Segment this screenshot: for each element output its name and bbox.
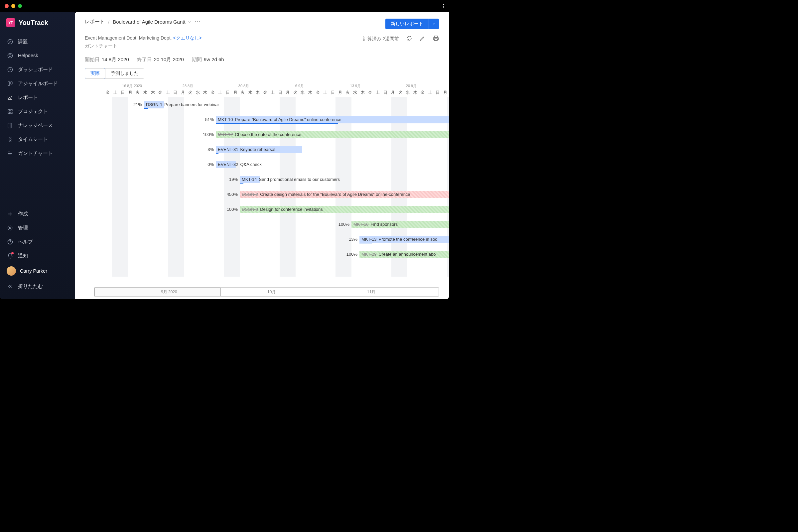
sidebar-item-help[interactable]: ヘルプ [0, 235, 75, 249]
tab-forecast[interactable]: 予測しました [105, 69, 144, 78]
query-link[interactable]: <クエリなし> [173, 35, 202, 41]
print-icon[interactable] [433, 35, 439, 42]
sidebar-item-gear[interactable]: 管理 [0, 221, 75, 235]
progress-indicator [240, 183, 243, 184]
minimize-window[interactable] [11, 4, 15, 8]
day-label: 月 [389, 90, 397, 95]
task-id: MKT-12 [218, 132, 233, 137]
task-id: MKT-10 [218, 117, 233, 122]
task-row[interactable]: 450%DSGN-2Create design materials for th… [85, 187, 449, 202]
task-title: Send promotional emails to our customers [259, 177, 340, 182]
task-row[interactable]: 3%EVENT-31Keynote rehearsal [85, 142, 449, 157]
sidebar-item-bell[interactable]: 通知 [0, 249, 75, 263]
task-id: MKT-16 [354, 222, 369, 227]
task-bar[interactable]: DSGN-1Prepare banners for webinar [144, 101, 164, 108]
week-label: 16 8月 2020 [104, 83, 160, 89]
sidebar-item-label: ガントチャート [18, 150, 53, 157]
gantt-chart: 16 8月 202023 8月30 8月6 9月13 9月20 9月 金土日月火… [75, 79, 449, 299]
maximize-window[interactable] [18, 4, 22, 8]
task-title: Q&A check [240, 162, 261, 167]
task-bar[interactable]: MKT-10Prepare "Boulevard of Agile Dreams… [216, 116, 449, 124]
task-row[interactable]: 100%DSGN-3Design for conference invitati… [85, 202, 449, 217]
help-icon [7, 239, 13, 245]
close-window[interactable] [5, 4, 8, 8]
life-icon [7, 52, 13, 59]
user-profile[interactable]: Carry Parker [0, 263, 75, 279]
day-label: 日 [381, 90, 389, 95]
task-bar[interactable]: DSGN-2Create design materials for the "B… [240, 191, 449, 198]
task-id: DSGN-3 [242, 207, 258, 212]
task-bar[interactable]: EVENT-31Keynote rehearsal [216, 146, 302, 153]
day-label: 木 [411, 90, 419, 95]
task-row[interactable]: 100%MKT-12Choose the date of the confere… [85, 127, 449, 142]
day-label: 土 [269, 90, 277, 95]
task-bar[interactable]: MKT-12Choose the date of the conference [216, 131, 449, 138]
sidebar-item-book[interactable]: ナレッジベース [0, 118, 75, 132]
breadcrumb-root[interactable]: レポート [85, 19, 105, 25]
task-row[interactable]: 0%EVENT-32Q&A check [85, 157, 449, 172]
task-row[interactable]: 13%MKT-13Promote the conference in soc [85, 232, 449, 247]
timeline-overview[interactable]: 9月 2020 10月 11月 [94, 287, 439, 297]
overview-thumb[interactable] [94, 288, 221, 296]
task-row[interactable]: 21%DSGN-1Prepare banners for webinar [85, 97, 449, 112]
gear-icon [7, 225, 13, 231]
sidebar-item-life[interactable]: Helpdesk [0, 49, 75, 62]
task-bar[interactable]: DSGN-3Design for conference invitations [240, 206, 449, 213]
svg-rect-4 [8, 81, 10, 85]
book-icon [7, 122, 13, 129]
sidebar-item-label: プロジェクト [18, 108, 48, 115]
check-icon [7, 38, 13, 45]
edit-icon[interactable] [420, 35, 425, 42]
gantt-body[interactable]: 21%DSGN-1Prepare banners for webinar51%M… [85, 97, 449, 277]
app-name: YouTrack [19, 19, 48, 26]
task-title: Design for conference invitations [260, 207, 323, 212]
sidebar-item-gantt[interactable]: ガントチャート [0, 146, 75, 160]
window-controls [5, 4, 22, 8]
day-label: 火 [134, 90, 141, 95]
sidebar-item-plus[interactable]: 作成 [0, 207, 75, 221]
user-name: Carry Parker [20, 268, 47, 274]
sidebar-item-label: 管理 [18, 225, 28, 231]
kebab-menu-icon[interactable] [443, 4, 444, 8]
app-logo[interactable]: YT YouTrack [0, 18, 75, 35]
collapse-sidebar[interactable]: 折りたたむ [0, 279, 75, 293]
task-bar[interactable]: MKT-29Create an announcement abo [359, 251, 449, 258]
refresh-icon[interactable] [406, 35, 412, 42]
svg-rect-7 [11, 109, 12, 111]
tab-actual[interactable]: 実際 [85, 68, 106, 79]
sidebar-item-hour[interactable]: タイムシート [0, 132, 75, 146]
day-label: 月 [441, 90, 449, 95]
sidebar-item-grid[interactable]: プロジェクト [0, 104, 75, 118]
day-label: 土 [112, 90, 119, 95]
day-label: 土 [374, 90, 382, 95]
sidebar-item-gauge[interactable]: ダッシュボード [0, 62, 75, 76]
week-label: 30 8月 [216, 83, 272, 89]
progress-indicator [359, 243, 372, 243]
sidebar-item-board[interactable]: アジャイルボード [0, 76, 75, 91]
sidebar-item-check[interactable]: 課題 [0, 35, 75, 49]
task-percent: 100% [341, 252, 358, 257]
task-row[interactable]: 100%MKT-16Find sponsors [85, 217, 449, 232]
task-bar[interactable]: MKT-16Find sponsors [352, 221, 449, 228]
day-label: 木 [254, 90, 262, 95]
sidebar-item-chart[interactable]: レポート [0, 91, 75, 104]
task-bar[interactable]: MKT-14Send promotional emails to our cus… [240, 176, 260, 183]
week-label: 13 9月 [327, 83, 383, 89]
task-bar[interactable]: MKT-13Promote the conference in soc [359, 236, 449, 243]
report-title-dropdown[interactable]: Boulevard of Agile Dreams Gantt [113, 19, 191, 25]
new-report-button[interactable]: 新しいレポート [385, 19, 429, 29]
day-header: 金土日月火水木金土日月火水木金土日月火水木金土日月火水木金土日月火水木金土日月火… [85, 90, 449, 97]
sidebar-item-label: 通知 [18, 253, 28, 259]
task-row[interactable]: 19%MKT-14Send promotional emails to our … [85, 172, 449, 187]
task-bar[interactable]: EVENT-32Q&A check [216, 161, 236, 168]
more-actions-icon[interactable] [195, 21, 200, 22]
week-label: 23 8月 [160, 83, 216, 89]
day-label: 水 [141, 90, 149, 95]
day-label: 水 [194, 90, 202, 95]
new-report-dropdown[interactable] [429, 19, 439, 29]
collapse-icon [7, 283, 13, 290]
task-row[interactable]: 100%MKT-29Create an announcement abo [85, 247, 449, 262]
day-label: 金 [157, 90, 164, 95]
task-percent: 51% [198, 117, 214, 122]
task-row[interactable]: 51%MKT-10Prepare "Boulevard of Agile Dre… [85, 112, 449, 127]
